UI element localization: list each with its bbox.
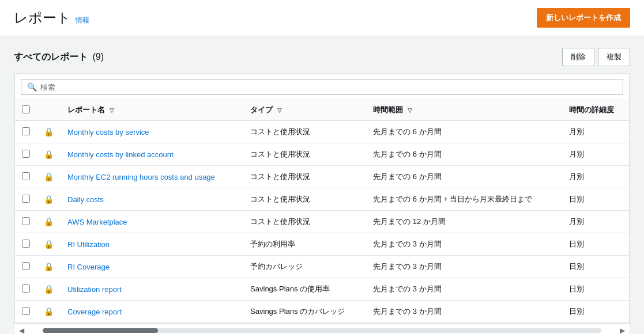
lock-icon: 🔒 bbox=[44, 150, 54, 159]
action-buttons: 削除 複製 bbox=[562, 48, 630, 66]
reports-title: すべてのレポート (9) bbox=[14, 52, 104, 62]
table-row: 🔒 Coverage report Savings Plans のカバレッジ 先… bbox=[15, 301, 629, 323]
reports-header: すべてのレポート (9) 削除 複製 bbox=[14, 48, 630, 66]
row-time-range-cell: 先月までの 6 か月間 bbox=[366, 120, 562, 143]
report-name-link[interactable]: Daily costs bbox=[67, 195, 104, 204]
main-content: すべてのレポート (9) 削除 複製 🔍 bbox=[0, 36, 644, 334]
horizontal-scrollbar[interactable]: ◀ ▶ bbox=[14, 324, 630, 334]
reports-table-container: レポート名 ▽ タイプ ▽ 時間範囲 ▽ 時間の詳細度 bbox=[14, 100, 630, 324]
select-all-checkbox[interactable] bbox=[22, 105, 30, 113]
row-checkbox-cell bbox=[15, 256, 37, 278]
search-icon: 🔍 bbox=[27, 82, 37, 92]
row-type-cell: Savings Plans のカバレッジ bbox=[243, 301, 366, 323]
row-lock-cell: 🔒 bbox=[37, 120, 61, 143]
sort-icon-range: ▽ bbox=[408, 107, 412, 113]
row-time-detail-cell: 日別 bbox=[562, 278, 629, 301]
row-type-cell: コストと使用状況 bbox=[243, 211, 366, 233]
row-time-detail-cell: 日別 bbox=[562, 301, 629, 323]
row-checkbox-cell bbox=[15, 278, 37, 301]
table-row: 🔒 Monthly costs by linked account コストと使用… bbox=[15, 143, 629, 166]
row-time-range-cell: 先月までの 6 か月間 bbox=[366, 143, 562, 166]
row-type-cell: コストと使用状況 bbox=[243, 120, 366, 143]
delete-button[interactable]: 削除 bbox=[562, 48, 594, 66]
row-lock-cell: 🔒 bbox=[37, 166, 61, 188]
scroll-track[interactable] bbox=[43, 328, 601, 333]
col-report-name[interactable]: レポート名 ▽ bbox=[61, 100, 243, 120]
col-type[interactable]: タイプ ▽ bbox=[243, 100, 366, 120]
row-name-cell: Monthly costs by linked account bbox=[61, 143, 243, 166]
scroll-thumb[interactable] bbox=[43, 328, 158, 333]
header: レポート 情報 新しいレポートを作成 bbox=[0, 0, 644, 36]
row-name-cell: Daily costs bbox=[61, 188, 243, 211]
row-type-cell: コストと使用状況 bbox=[243, 143, 366, 166]
row-name-cell: Coverage report bbox=[61, 301, 243, 323]
report-name-link[interactable]: Coverage report bbox=[67, 308, 122, 316]
sort-icon-name: ▽ bbox=[110, 107, 114, 113]
lock-icon: 🔒 bbox=[44, 217, 54, 226]
col-lock bbox=[37, 100, 61, 120]
search-input[interactable] bbox=[40, 83, 617, 92]
scroll-left-arrow[interactable]: ◀ bbox=[14, 327, 29, 334]
search-bar: 🔍 bbox=[21, 79, 623, 95]
row-time-detail-cell: 日別 bbox=[562, 256, 629, 278]
row-time-range-cell: 先月までの 6 か月間 bbox=[366, 166, 562, 188]
lock-icon: 🔒 bbox=[44, 172, 54, 181]
create-report-button[interactable]: 新しいレポートを作成 bbox=[537, 8, 630, 28]
row-checkbox[interactable] bbox=[22, 195, 30, 203]
row-name-cell: Monthly costs by service bbox=[61, 120, 243, 143]
col-time-range[interactable]: 時間範囲 ▽ bbox=[366, 100, 562, 120]
row-time-detail-cell: 日別 bbox=[562, 233, 629, 256]
row-time-range-cell: 先月までの 3 か月間 bbox=[366, 301, 562, 323]
row-checkbox-cell bbox=[15, 120, 37, 143]
sort-icon-type: ▽ bbox=[277, 107, 282, 113]
row-type-cell: Savings Plans の使用率 bbox=[243, 278, 366, 301]
lock-icon: 🔒 bbox=[44, 284, 54, 294]
row-checkbox[interactable] bbox=[22, 217, 30, 225]
row-name-cell: Utilization report bbox=[61, 278, 243, 301]
row-name-cell: RI Coverage bbox=[61, 256, 243, 278]
report-name-link[interactable]: Monthly costs by service bbox=[67, 128, 149, 136]
lock-icon: 🔒 bbox=[44, 307, 54, 316]
row-lock-cell: 🔒 bbox=[37, 211, 61, 233]
table-row: 🔒 Monthly EC2 running hours costs and us… bbox=[15, 166, 629, 188]
row-time-detail-cell: 月別 bbox=[562, 120, 629, 143]
row-checkbox[interactable] bbox=[22, 150, 30, 158]
search-container: 🔍 bbox=[14, 74, 630, 100]
row-checkbox-cell bbox=[15, 166, 37, 188]
row-checkbox-cell bbox=[15, 301, 37, 323]
header-title-group: レポート 情報 bbox=[14, 9, 89, 27]
report-name-link[interactable]: AWS Marketplace bbox=[67, 218, 127, 226]
row-checkbox[interactable] bbox=[22, 127, 30, 135]
report-name-link[interactable]: Monthly costs by linked account bbox=[67, 150, 174, 159]
row-time-range-cell: 先月までの 3 か月間 bbox=[366, 233, 562, 256]
row-checkbox[interactable] bbox=[22, 262, 30, 270]
scroll-right-arrow[interactable]: ▶ bbox=[615, 327, 630, 334]
report-name-link[interactable]: Monthly EC2 running hours costs and usag… bbox=[67, 173, 215, 181]
row-type-cell: コストと使用状況 bbox=[243, 188, 366, 211]
reports-title-group: すべてのレポート (9) bbox=[14, 51, 104, 63]
table-row: 🔒 Monthly costs by service コストと使用状況 先月まで… bbox=[15, 120, 629, 143]
row-lock-cell: 🔒 bbox=[37, 301, 61, 323]
report-name-link[interactable]: RI Coverage bbox=[67, 263, 110, 271]
row-checkbox[interactable] bbox=[22, 172, 30, 180]
info-link[interactable]: 情報 bbox=[76, 16, 89, 25]
table-header-row: レポート名 ▽ タイプ ▽ 時間範囲 ▽ 時間の詳細度 bbox=[15, 100, 629, 120]
col-checkbox bbox=[15, 100, 37, 120]
row-type-cell: 予約の利用率 bbox=[243, 233, 366, 256]
row-time-detail-cell: 月別 bbox=[562, 143, 629, 166]
table-row: 🔒 RI Utilization 予約の利用率 先月までの 3 か月間 日別 bbox=[15, 233, 629, 256]
row-checkbox[interactable] bbox=[22, 307, 30, 315]
row-checkbox[interactable] bbox=[22, 240, 30, 248]
row-lock-cell: 🔒 bbox=[37, 143, 61, 166]
report-name-link[interactable]: RI Utilization bbox=[67, 240, 110, 249]
table-row: 🔒 Daily costs コストと使用状況 先月までの 6 か月間 + 当日か… bbox=[15, 188, 629, 211]
duplicate-button[interactable]: 複製 bbox=[598, 48, 630, 66]
row-checkbox-cell bbox=[15, 233, 37, 256]
report-name-link[interactable]: Utilization report bbox=[67, 285, 122, 294]
row-lock-cell: 🔒 bbox=[37, 233, 61, 256]
row-time-detail-cell: 月別 bbox=[562, 166, 629, 188]
table-row: 🔒 Utilization report Savings Plans の使用率 … bbox=[15, 278, 629, 301]
row-checkbox[interactable] bbox=[22, 284, 30, 293]
table-row: 🔒 RI Coverage 予約カバレッジ 先月までの 3 か月間 日別 bbox=[15, 256, 629, 278]
row-name-cell: RI Utilization bbox=[61, 233, 243, 256]
